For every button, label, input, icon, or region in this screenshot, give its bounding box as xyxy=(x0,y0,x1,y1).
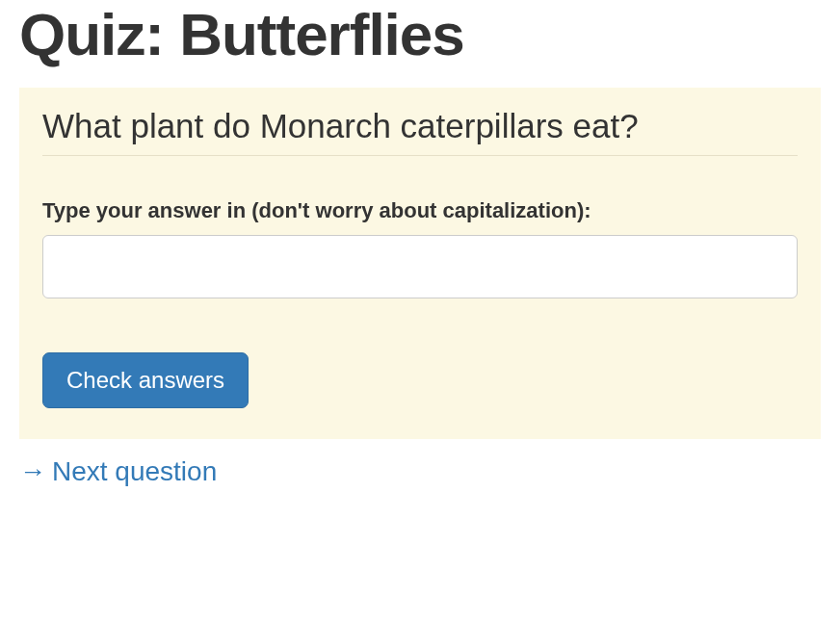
next-question-link[interactable]: →Next question xyxy=(19,456,217,487)
question-prompt: What plant do Monarch caterpillars eat? xyxy=(42,107,798,156)
check-answers-button[interactable]: Check answers xyxy=(42,352,249,408)
question-panel: What plant do Monarch caterpillars eat? … xyxy=(19,88,821,439)
next-question-label: Next question xyxy=(52,456,217,486)
answer-input-label: Type your answer in (don't worry about c… xyxy=(42,198,798,223)
arrow-right-icon: → xyxy=(19,456,46,486)
page-title: Quiz: Butterflies xyxy=(19,0,821,68)
answer-input[interactable] xyxy=(42,235,798,298)
